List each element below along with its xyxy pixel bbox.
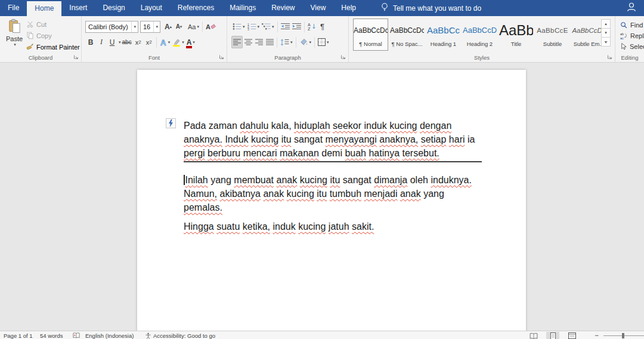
- styles-scroll-up-button[interactable]: ▴: [601, 19, 611, 29]
- increase-indent-button[interactable]: [291, 20, 302, 33]
- chevron-down-icon: ▾: [5, 42, 25, 47]
- numbering-button[interactable]: 123 ▾: [246, 20, 261, 33]
- word: sangat: [294, 134, 323, 144]
- cut-button[interactable]: Cut: [26, 19, 80, 30]
- style-item-title[interactable]: AaBbCcDc Title: [499, 19, 534, 51]
- multilevel-list-button[interactable]: ▾: [261, 20, 275, 33]
- tab-help[interactable]: Help: [333, 0, 364, 16]
- paste-button[interactable]: Paste ▾: [4, 19, 25, 57]
- read-mode-button[interactable]: [527, 332, 540, 339]
- format-painter-button[interactable]: Format Painter: [26, 41, 80, 53]
- status-word-count[interactable]: 54 words: [40, 332, 63, 339]
- status-proofing-button[interactable]: [73, 332, 80, 339]
- highlight-button[interactable]: ▾: [171, 36, 185, 48]
- paragraph-dialog-launcher[interactable]: [340, 54, 346, 60]
- text-line: anaknya. Induk kucing itu sangat menyaya…: [184, 132, 482, 146]
- italic-button[interactable]: I: [96, 36, 107, 48]
- shading-icon: [299, 38, 308, 46]
- paste-label: Paste: [4, 35, 25, 42]
- grow-font-button[interactable]: A▴: [163, 20, 174, 33]
- styles-scroll-down-button[interactable]: ▾: [601, 28, 611, 38]
- strikethrough-button[interactable]: abc: [121, 36, 133, 48]
- change-case-glyph: Aa: [188, 23, 196, 30]
- misspelled-word: menyayangi: [326, 134, 377, 144]
- web-layout-button[interactable]: [565, 332, 578, 339]
- dialog-launcher-icon: [607, 54, 612, 60]
- font-group: Calibri (Body) ▾ 16 ▾ A▴ A▾ Aa▾: [82, 16, 227, 62]
- tell-me-box[interactable]: Tell me what you want to do: [380, 0, 481, 16]
- font-name-select[interactable]: Calibri (Body) ▾: [85, 21, 138, 33]
- misspelled-word: akibatnya: [219, 189, 261, 199]
- superscript-button[interactable]: x2: [144, 36, 154, 48]
- subscript-button[interactable]: x2: [133, 36, 144, 48]
- tab-insert[interactable]: Insert: [61, 0, 95, 16]
- status-language[interactable]: English (Indonesia): [85, 332, 134, 339]
- paragraph[interactable]: Inilah yang membuat anak kucing itu sang…: [184, 173, 482, 214]
- autocorrect-options-button[interactable]: [166, 118, 176, 128]
- font-dialog-launcher[interactable]: [218, 54, 225, 60]
- font-size-select[interactable]: 16 ▾: [140, 21, 160, 33]
- borders-icon: [318, 38, 326, 46]
- document-page[interactable]: Pada zaman dahulu kala, hiduplah seekor …: [137, 70, 526, 331]
- sort-button[interactable]: AZ: [306, 20, 317, 33]
- misspelled-word: Hingga: [184, 221, 214, 232]
- copy-button[interactable]: Copy: [26, 30, 80, 41]
- bullets-button[interactable]: ▾: [231, 20, 246, 33]
- misspelled-word: jatuh: [329, 221, 349, 232]
- tab-file[interactable]: File: [0, 0, 27, 16]
- chevron-down-icon: ▾: [243, 24, 245, 29]
- account-button[interactable]: [626, 0, 644, 16]
- text-effects-button[interactable]: A ▾: [159, 36, 172, 48]
- style-item-no-spacing[interactable]: AaBbCcDc ¶ No Spac...: [389, 19, 425, 51]
- chevron-down-icon: ▾: [272, 24, 274, 29]
- align-right-button[interactable]: [253, 36, 264, 48]
- justify-button[interactable]: [264, 36, 275, 48]
- tab-design[interactable]: Design: [95, 0, 132, 16]
- style-item-normal[interactable]: AaBbCcDc ¶ Normal: [353, 19, 388, 51]
- misspelled-word: itu: [330, 175, 340, 185]
- line-spacing-button[interactable]: ▾: [279, 36, 294, 48]
- tab-view[interactable]: View: [303, 0, 334, 16]
- paragraph[interactable]: Pada zaman dahulu kala, hiduplah seekor …: [184, 119, 482, 162]
- tab-mailings[interactable]: Mailings: [222, 0, 264, 16]
- font-color-button[interactable]: A ▾: [185, 36, 196, 48]
- clipboard-dialog-launcher[interactable]: [73, 54, 79, 60]
- status-page-indicator[interactable]: Page 1 of 1: [4, 332, 33, 339]
- show-paragraph-marks-button[interactable]: ¶: [317, 20, 328, 33]
- clear-formatting-button[interactable]: A: [205, 20, 216, 33]
- misspelled-word: kucing: [287, 189, 314, 199]
- misspelled-word: kucing: [298, 221, 326, 232]
- chevron-down-icon: ▾: [193, 40, 195, 45]
- change-case-button[interactable]: Aa▾: [187, 20, 200, 33]
- decrease-indent-button[interactable]: [280, 20, 291, 33]
- tab-references[interactable]: References: [170, 0, 222, 16]
- zoom-out-button[interactable]: −: [595, 332, 599, 339]
- styles-more-button[interactable]: —▾: [601, 37, 611, 47]
- style-item-subtitle[interactable]: AaBbCcE Subtitle: [535, 19, 570, 51]
- select-button[interactable]: Select: [620, 41, 644, 52]
- find-button[interactable]: Find: [620, 20, 644, 30]
- style-item-heading-2[interactable]: AaBbCcD Heading 2: [462, 19, 497, 51]
- bold-button[interactable]: B: [85, 36, 96, 48]
- align-left-button[interactable]: [231, 36, 243, 48]
- status-accessibility[interactable]: Accessibility: Good to go: [145, 332, 215, 339]
- tab-review[interactable]: Review: [264, 0, 302, 16]
- styles-dialog-launcher[interactable]: [606, 54, 613, 60]
- zoom-slider-thumb[interactable]: [622, 333, 624, 338]
- align-center-button[interactable]: [243, 36, 253, 48]
- paragraph[interactable]: Hingga suatu ketika, induk kucing jatuh …: [184, 220, 482, 233]
- more-arrow: ▾: [605, 42, 607, 44]
- style-item-heading-1[interactable]: AaBbCc Heading 1: [426, 19, 461, 51]
- shading-button[interactable]: ▾: [298, 36, 313, 48]
- select-label: Select: [630, 43, 644, 50]
- underline-button[interactable]: U: [107, 36, 117, 48]
- style-preview: AaBbCcE: [535, 19, 569, 41]
- shrink-font-button[interactable]: A▾: [174, 20, 184, 33]
- print-layout-button[interactable]: [546, 332, 559, 339]
- replace-button[interactable]: abac Replace: [620, 30, 644, 41]
- tab-layout[interactable]: Layout: [133, 0, 170, 16]
- borders-button[interactable]: ▾: [317, 36, 330, 48]
- document-text[interactable]: Pada zaman dahulu kala, hiduplah seekor …: [184, 119, 482, 239]
- replace-label: Replace: [630, 32, 644, 39]
- tab-home[interactable]: Home: [27, 1, 61, 16]
